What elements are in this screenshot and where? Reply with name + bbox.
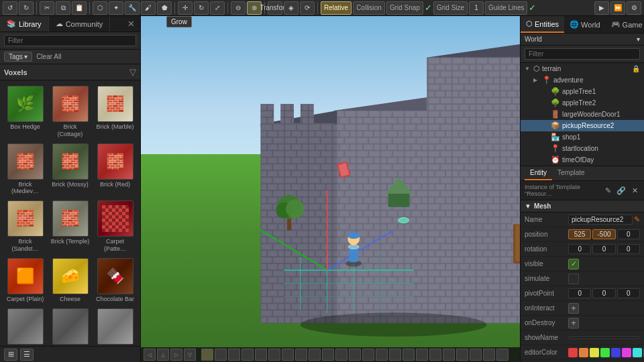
position-z[interactable]: 0: [617, 229, 640, 239]
nav-tile-3[interactable]: ▽: [184, 349, 196, 361]
world-dropdown[interactable]: World ▾: [521, 34, 644, 46]
search-input[interactable]: [4, 35, 136, 46]
nav-tile-10[interactable]: [282, 349, 294, 361]
nav-tile-14[interactable]: [335, 349, 347, 361]
nav-tile-1[interactable]: △: [157, 349, 169, 361]
play-button[interactable]: ▶: [594, 1, 609, 15]
tab-game[interactable]: 🎮 Game: [606, 17, 644, 32]
nav-tile-6[interactable]: [228, 349, 240, 361]
nav-tile-15[interactable]: [349, 349, 361, 361]
voxel-brick-red[interactable]: 🧱 Brick (Red): [94, 142, 136, 197]
nav-tile-25[interactable]: [483, 349, 495, 361]
nav-tile-18[interactable]: [389, 349, 401, 361]
paste-button[interactable]: 📋: [72, 1, 87, 15]
voxel-brick-marble[interactable]: 🧱 Brick (Marble): [94, 84, 136, 139]
guide-lines-button[interactable]: Guide Lines: [485, 1, 527, 15]
tab-template[interactable]: Template: [552, 166, 590, 180]
tab-entities[interactable]: ⬡ Entities: [521, 16, 564, 33]
collision-button[interactable]: Collision: [353, 1, 385, 15]
left-panel-close-button[interactable]: ✕: [122, 16, 140, 32]
color-swatch-blue[interactable]: [611, 348, 621, 357]
voxel-brick-temple[interactable]: 🧱 Brick (Temple): [49, 199, 91, 254]
instance-delete-button[interactable]: ✕: [629, 185, 640, 196]
voxel-chocolate-bar[interactable]: 🍫 Chocolate Bar: [94, 257, 136, 304]
nav-tile-9[interactable]: [268, 349, 280, 361]
grid-view-button[interactable]: ⊞: [4, 349, 17, 361]
color-swatch-orange[interactable]: [579, 348, 588, 357]
position-y[interactable]: -500: [592, 229, 615, 239]
list-view-button[interactable]: ☰: [20, 349, 34, 361]
color-swatch-purple[interactable]: [622, 348, 631, 357]
nav-tile-11[interactable]: [295, 349, 307, 361]
nav-tile-5[interactable]: [215, 349, 227, 361]
voxel-brick-sandstone[interactable]: 🧱 Brick (Sandst…: [4, 199, 46, 254]
showname-value[interactable]: [568, 337, 640, 339]
nav-tile-22[interactable]: [443, 349, 455, 361]
tool-paint-button[interactable]: 🖌: [141, 1, 156, 15]
nav-tile-12[interactable]: [309, 349, 321, 361]
nav-tile-8[interactable]: [255, 349, 267, 361]
right-filter-input[interactable]: [525, 48, 640, 60]
pivot-x[interactable]: 0: [568, 288, 591, 298]
voxels-filter-icon[interactable]: ▽: [129, 67, 136, 77]
color-swatch-green[interactable]: [600, 348, 610, 357]
color-swatch-red[interactable]: [568, 348, 578, 357]
pivot-z[interactable]: 0: [617, 288, 640, 298]
copy-button[interactable]: ⧉: [56, 1, 70, 15]
voxel-concrete[interactable]: Concrete: [94, 307, 136, 346]
ondestroy-add-button[interactable]: +: [568, 318, 579, 328]
clear-all-button[interactable]: Clear All: [36, 53, 61, 60]
nav-tile-7[interactable]: [241, 349, 254, 361]
voxel-cobbles[interactable]: Cobbles: [49, 307, 91, 346]
tab-community[interactable]: ☁ Community: [49, 16, 111, 32]
name-value[interactable]: pickupResource2: [568, 215, 633, 225]
move-button[interactable]: ✛: [178, 1, 193, 15]
tool-diamond-button[interactable]: ◈: [284, 1, 299, 15]
tool-select-button[interactable]: ⬟: [157, 1, 172, 15]
tree-item-largewood[interactable]: 🚪 largeWoodenDoor1: [521, 109, 644, 120]
mesh-section-header[interactable]: ▼ Mesh: [521, 200, 644, 213]
grid-size-value[interactable]: 1: [469, 1, 484, 15]
nav-tile-16[interactable]: [362, 349, 374, 361]
name-edit-icon[interactable]: ✎: [634, 215, 640, 224]
nav-tile-23[interactable]: [456, 349, 468, 361]
tool-hex-button[interactable]: ⬡: [93, 1, 107, 15]
tree-item-adventure[interactable]: ▶ 📍 adventure: [521, 74, 644, 86]
relative-button[interactable]: Relative: [321, 1, 352, 15]
tree-item-timeofday[interactable]: ⏰ timeOfDay: [521, 154, 644, 166]
tree-item-appletree2[interactable]: 🌳 appleTree2: [521, 97, 644, 109]
viewport[interactable]: ◁ △ ▷ ▽: [141, 16, 520, 362]
redo-button[interactable]: ↻: [19, 1, 34, 15]
voxel-brick-cottage[interactable]: 🧱 Brick (Cottage): [49, 84, 91, 139]
cut-button[interactable]: ✂: [40, 1, 54, 15]
color-swatch-cyan[interactable]: [633, 348, 642, 357]
simulate-checkbox[interactable]: [568, 274, 579, 284]
nav-tile-13[interactable]: [322, 349, 334, 361]
voxel-box-hedge[interactable]: 🌿 Box Hedge: [4, 84, 46, 139]
grid-snap-button[interactable]: Grid Snap: [386, 1, 423, 15]
visible-checkbox[interactable]: ✓: [568, 259, 579, 269]
rotation-z[interactable]: 0: [617, 244, 640, 254]
nav-tile-0[interactable]: ◁: [144, 349, 156, 361]
tool-sync-button[interactable]: ⟳: [300, 1, 315, 15]
voxel-brick-medieval[interactable]: 🧱 Brick (Mediev…: [4, 142, 46, 197]
voxel-carpet-pattern[interactable]: Carpet (Patte…: [94, 199, 136, 254]
undo-button[interactable]: ↺: [3, 1, 17, 15]
position-x[interactable]: 525: [568, 229, 591, 239]
transform-button[interactable]: Transform: [268, 1, 282, 15]
tab-entity[interactable]: Entity: [525, 166, 552, 180]
rotation-y[interactable]: 0: [592, 244, 615, 254]
tab-world[interactable]: 🌐 World: [564, 17, 606, 32]
nav-tile-17[interactable]: [376, 349, 388, 361]
voxel-carpet-plain[interactable]: 🟧 Carpet (Plain): [4, 257, 46, 304]
voxel-cinderblock[interactable]: Cinderblock: [4, 307, 46, 346]
nav-tile-24[interactable]: [470, 349, 482, 361]
nav-tile-4[interactable]: [201, 349, 213, 361]
tree-item-pickup[interactable]: 📦 pickupResource2: [521, 120, 644, 131]
rotation-x[interactable]: 0: [568, 244, 591, 254]
pivot-y[interactable]: 0: [592, 288, 615, 298]
tool-wrench-button[interactable]: 🔧: [125, 1, 140, 15]
nav-tile-2[interactable]: ▷: [170, 349, 182, 361]
oninteract-add-button[interactable]: +: [568, 303, 579, 314]
tab-library[interactable]: 📚 Library: [0, 16, 49, 32]
